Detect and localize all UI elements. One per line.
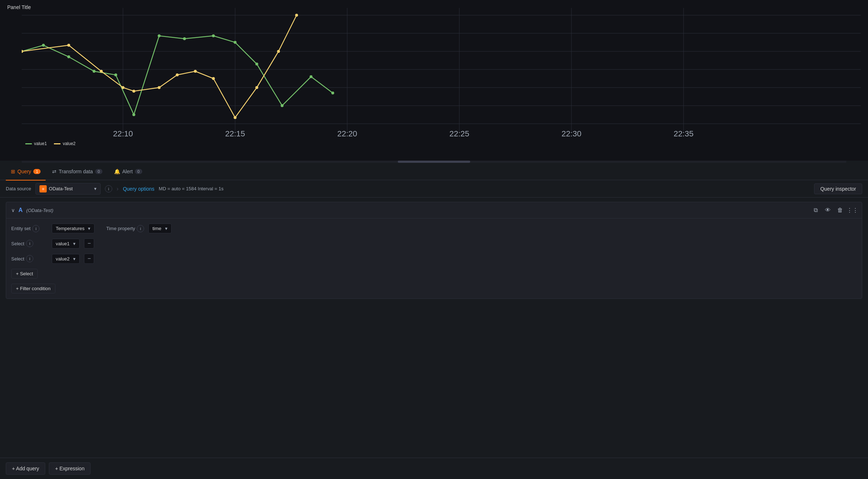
datasource-name: OData-Test xyxy=(49,186,73,191)
svg-point-49 xyxy=(233,116,236,119)
entity-set-value: Temperatures xyxy=(56,226,84,231)
chart-svg: 2 1.5 1 0.5 0 -0.5 -1 22:10 22:15 22:20 … xyxy=(22,8,861,138)
query-collapse-icon[interactable]: ∨ xyxy=(11,207,15,213)
svg-point-46 xyxy=(176,73,179,76)
add-select-button[interactable]: + Select xyxy=(11,269,38,279)
tab-query-label: Query xyxy=(17,169,31,174)
svg-point-31 xyxy=(132,113,135,116)
query-block-letter: A xyxy=(18,207,23,213)
query-options-meta: MD = auto = 1584 Interval = 1s xyxy=(159,186,224,191)
select-label-1: Select i xyxy=(11,255,47,262)
datasource-select[interactable]: ≡ OData-Test ▾ xyxy=(35,183,101,195)
info-icon[interactable]: i xyxy=(105,185,112,192)
delete-icon[interactable]: 🗑 xyxy=(836,206,844,215)
bottom-panel: ⊞ Query 1 ⇄ Transform data 0 🔔 Alert 0 D… xyxy=(0,163,868,479)
legend-color-value1 xyxy=(25,143,32,144)
query-options-label: Query options xyxy=(123,186,154,192)
tab-bar: ⊞ Query 1 ⇄ Transform data 0 🔔 Alert 0 xyxy=(0,163,868,180)
entity-set-info-icon[interactable]: i xyxy=(32,225,39,232)
query-block-source: (OData-Test) xyxy=(26,208,54,213)
svg-point-32 xyxy=(158,34,161,37)
legend-color-value2 xyxy=(54,143,60,144)
time-property-chevron: ▾ xyxy=(165,226,168,231)
tab-transform-badge: 0 xyxy=(95,169,102,174)
svg-point-45 xyxy=(158,86,161,89)
tab-query-badge: 1 xyxy=(33,169,41,174)
svg-point-39 xyxy=(331,92,334,94)
tab-transform[interactable]: ⇄ Transform data 0 xyxy=(47,163,108,181)
entity-set-label: Entity set i xyxy=(11,225,47,232)
svg-point-44 xyxy=(132,90,135,93)
time-property-info-icon[interactable]: i xyxy=(137,225,144,232)
svg-point-29 xyxy=(93,70,96,73)
panel-container: Panel Title xyxy=(0,0,868,479)
datasource-label: Data source xyxy=(6,186,31,191)
add-expression-button[interactable]: + Expression xyxy=(49,462,90,475)
add-filter-button[interactable]: + Filter condition xyxy=(11,284,55,293)
hide-icon[interactable]: 👁 xyxy=(823,206,832,215)
legend-label-value2: value2 xyxy=(63,141,75,146)
svg-text:22:15: 22:15 xyxy=(225,129,245,138)
svg-point-52 xyxy=(295,14,298,17)
svg-point-41 xyxy=(67,44,70,47)
select-row-0: Select i value1 ▾ − xyxy=(11,238,857,249)
select-chevron-1: ▾ xyxy=(73,256,76,262)
time-property-value: time xyxy=(152,226,161,231)
svg-point-35 xyxy=(233,41,236,44)
query-section: ∨ A (OData-Test) ⧉ 👁 🗑 ⋮⋮ Enti xyxy=(0,198,868,458)
select-info-icon-1[interactable]: i xyxy=(26,255,33,262)
odata-icon: ≡ xyxy=(39,185,47,192)
time-property-label: Time property i xyxy=(106,225,144,232)
db-icon: ⊞ xyxy=(11,169,15,174)
svg-point-30 xyxy=(114,73,117,76)
svg-point-43 xyxy=(122,86,125,89)
tab-alert[interactable]: 🔔 Alert 0 xyxy=(109,163,147,181)
svg-text:22:25: 22:25 xyxy=(449,129,469,138)
svg-point-42 xyxy=(100,70,103,73)
time-property-select[interactable]: time ▾ xyxy=(148,224,172,233)
query-block-actions: ⧉ 👁 🗑 ⋮⋮ xyxy=(811,206,857,215)
svg-point-37 xyxy=(281,104,283,107)
svg-point-51 xyxy=(277,50,280,53)
select-value-1[interactable]: value2 ▾ xyxy=(52,254,80,264)
bell-icon: 🔔 xyxy=(114,169,120,174)
tab-transform-label: Transform data xyxy=(59,169,93,174)
chart-scrollbar-thumb[interactable] xyxy=(398,161,470,163)
svg-point-27 xyxy=(42,44,45,47)
entity-set-select[interactable]: Temperatures ▾ xyxy=(52,224,94,233)
chart-scrollbar[interactable] xyxy=(22,161,846,163)
query-block-body: Entity set i Temperatures ▾ Time propert… xyxy=(6,219,862,298)
tab-alert-badge: 0 xyxy=(135,169,142,174)
svg-point-28 xyxy=(67,55,70,58)
select-chevron-0: ▾ xyxy=(73,241,76,246)
legend-item-value1: value1 xyxy=(25,141,47,146)
duplicate-icon[interactable]: ⧉ xyxy=(811,206,820,215)
query-inspector-label: Query inspector xyxy=(820,186,856,192)
select-value-0[interactable]: value1 ▾ xyxy=(52,239,80,249)
panel-title: Panel Title xyxy=(7,4,31,10)
drag-icon[interactable]: ⋮⋮ xyxy=(848,206,857,215)
select-row-1: Select i value2 ▾ − xyxy=(11,254,857,264)
entity-set-chevron: ▾ xyxy=(88,226,90,231)
remove-select-1[interactable]: − xyxy=(84,254,94,264)
svg-point-50 xyxy=(255,86,258,89)
query-block-header: ∨ A (OData-Test) ⧉ 👁 🗑 ⋮⋮ xyxy=(6,202,862,219)
add-query-button[interactable]: + Add query xyxy=(6,462,45,475)
svg-point-33 xyxy=(183,37,186,40)
legend-label-value1: value1 xyxy=(34,141,47,146)
select-info-icon-0[interactable]: i xyxy=(26,240,33,247)
query-inspector-button[interactable]: Query inspector xyxy=(814,183,862,194)
chart-legend: value1 value2 xyxy=(22,141,861,146)
bottom-actions: + Add query + Expression xyxy=(0,458,868,479)
tab-alert-label: Alert xyxy=(122,169,133,174)
svg-text:22:35: 22:35 xyxy=(674,129,694,138)
svg-point-38 xyxy=(309,75,312,78)
remove-select-0[interactable]: − xyxy=(84,238,94,249)
select-label-0: Select i xyxy=(11,240,47,247)
query-options-button[interactable]: Query options xyxy=(123,186,154,192)
svg-point-36 xyxy=(255,63,258,65)
tab-query[interactable]: ⊞ Query 1 xyxy=(6,163,46,181)
chevron-down-icon: ▾ xyxy=(94,186,97,191)
svg-point-48 xyxy=(212,77,215,80)
svg-point-34 xyxy=(212,34,215,37)
